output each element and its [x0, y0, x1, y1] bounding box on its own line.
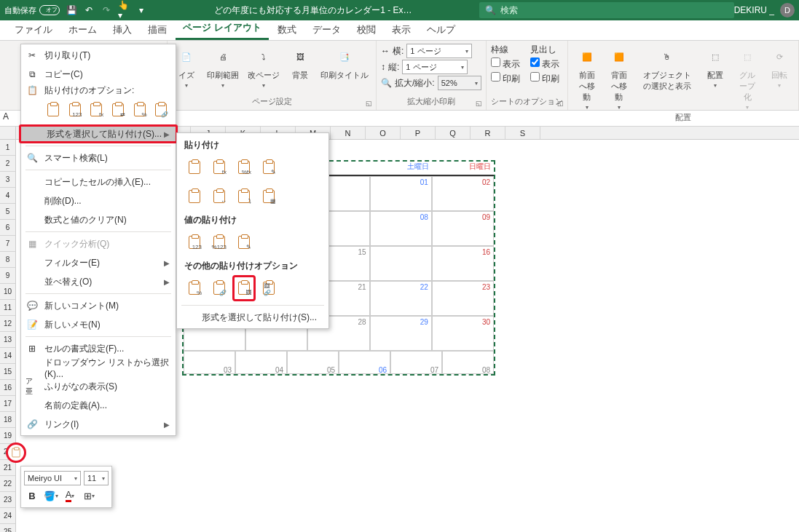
paste-formatting-icon[interactable]: %	[131, 100, 149, 120]
row-header[interactable]: 22	[0, 476, 15, 492]
delete-menuitem[interactable]: 削除(D)...	[21, 191, 176, 210]
selection-pane-button[interactable]: 🖱オブジェクトの選択と表示	[637, 44, 698, 112]
paste-values-icon[interactable]: 123	[66, 100, 84, 120]
row-header[interactable]: 23	[0, 492, 15, 508]
username[interactable]: DEKIRU _	[734, 5, 774, 15]
headings-view-checkbox[interactable]: 表示	[530, 57, 559, 71]
calendar-cell[interactable]: 29	[370, 316, 432, 351]
tab-home[interactable]: ホーム	[61, 19, 104, 40]
calendar-cell[interactable]: 16	[432, 246, 494, 281]
tab-data[interactable]: データ	[305, 19, 348, 40]
print-titles-button[interactable]: 📑印刷タイトル	[318, 44, 371, 96]
calendar-cell[interactable]: 01	[370, 176, 432, 211]
gridlines-view-checkbox[interactable]: 表示	[491, 57, 520, 71]
row-header[interactable]: 24	[0, 508, 15, 524]
calendar-cell[interactable]: 22	[370, 281, 432, 316]
column-header[interactable]: N	[331, 127, 366, 139]
tab-file[interactable]: ファイル	[7, 19, 60, 40]
tab-draw[interactable]: 描画	[141, 19, 174, 40]
tab-formulas[interactable]: 数式	[270, 19, 304, 40]
toggle-switch[interactable]: オフ	[39, 5, 60, 15]
autosave-toggle[interactable]: 自動保存 オフ	[4, 5, 60, 16]
paste-special-dialog-menuitem[interactable]: 形式を選択して貼り付け(S)...	[177, 308, 328, 327]
fill-color-button[interactable]: 🪣▾	[43, 488, 59, 504]
save-icon[interactable]: 💾	[66, 4, 77, 16]
row-header[interactable]: 5	[0, 204, 15, 220]
paste-values-source-fmt-icon[interactable]: ✎	[234, 231, 254, 254]
column-header[interactable]: Q	[436, 127, 471, 139]
calendar-cell[interactable]	[370, 246, 432, 281]
row-header[interactable]: 14	[0, 348, 15, 364]
row-header[interactable]: 1	[0, 140, 15, 156]
select-all-corner[interactable]	[0, 127, 16, 140]
dropdown-list-menuitem[interactable]: ドロップダウン リストから選択(K)...	[21, 358, 176, 377]
tab-review[interactable]: 校閲	[350, 19, 383, 40]
paste-formulas-numfmt-icon[interactable]: %fx	[234, 156, 254, 179]
calendar-cell[interactable]: 04	[235, 351, 287, 374]
row-header[interactable]: 16	[0, 380, 15, 396]
send-backward-button[interactable]: 🟧背面へ移動▾	[605, 44, 634, 112]
redo-icon[interactable]: ↷	[101, 4, 112, 16]
link-menuitem[interactable]: 🔗リンク(I)▶	[21, 415, 176, 434]
touch-mode-icon[interactable]: 👆▾	[118, 4, 130, 16]
column-header[interactable]: O	[366, 127, 401, 139]
calendar-cell[interactable]: 07	[390, 351, 442, 374]
new-note-menuitem[interactable]: 📝新しいメモ(N)	[21, 315, 176, 334]
font-family-combo[interactable]: Meiryo UI▾	[24, 471, 81, 485]
row-header[interactable]: 17	[0, 396, 15, 412]
new-comment-menuitem[interactable]: 💬新しいコメント(M)	[21, 296, 176, 315]
clear-menuitem[interactable]: 数式と値のクリア(N)	[21, 210, 176, 229]
align-button[interactable]: ⬚配置▾	[701, 44, 730, 112]
cut-menuitem[interactable]: ✂切り取り(T)	[21, 46, 176, 65]
sheet-options-launcher-icon[interactable]: ◱	[557, 100, 566, 108]
breaks-button[interactable]: ⤵改ページ▾	[245, 44, 283, 96]
paste-all-icon[interactable]	[44, 100, 62, 120]
tab-insert[interactable]: 挿入	[106, 19, 139, 40]
row-header[interactable]: 21	[0, 460, 15, 476]
copy-menuitem[interactable]: ⧉コピー(C)	[21, 65, 176, 84]
font-size-combo[interactable]: 11▾	[84, 471, 109, 485]
row-header[interactable]: 10	[0, 284, 15, 300]
avatar[interactable]: D	[780, 3, 795, 17]
calendar-cell[interactable]: 05	[287, 351, 339, 374]
row-header[interactable]: 6	[0, 220, 15, 236]
paste-link-icon[interactable]: 🔗	[152, 100, 170, 120]
qat-customize-icon[interactable]: ▾	[135, 4, 147, 16]
paste-formulas-icon[interactable]: fx	[209, 156, 229, 179]
paste-formulas-icon[interactable]: fx	[87, 100, 105, 120]
undo-icon[interactable]: ↶	[83, 4, 95, 16]
row-header[interactable]: 4	[0, 188, 15, 204]
row-header[interactable]: 8	[0, 252, 15, 268]
row-header[interactable]: 18	[0, 412, 15, 428]
calendar-cell[interactable]: 09	[432, 211, 494, 246]
headings-print-checkbox[interactable]: 印刷	[530, 72, 559, 85]
paste-merge-icon[interactable]: ▦	[259, 185, 279, 208]
calendar-cell[interactable]: 30	[432, 316, 494, 351]
paste-values-icon[interactable]: 123	[184, 231, 205, 254]
paste-all-icon[interactable]	[184, 156, 205, 179]
page-height-combo[interactable]: 1 ページ▾	[402, 60, 468, 74]
insert-copied-menuitem[interactable]: コピーしたセルの挿入(E)...	[21, 172, 176, 191]
bold-button[interactable]: B	[24, 488, 40, 504]
page-setup-launcher-icon[interactable]: ◱	[366, 100, 374, 108]
calendar-cell[interactable]: 08	[442, 351, 494, 374]
font-color-button[interactable]: A▾	[62, 488, 78, 504]
paste-formatting-icon[interactable]: %	[184, 277, 205, 300]
row-header[interactable]: 11	[0, 300, 15, 316]
paste-options-floating-button[interactable]	[7, 444, 25, 461]
paste-as-picture-icon[interactable]: 🖼	[234, 277, 254, 300]
calendar-cell[interactable]: 08	[370, 211, 432, 246]
paste-transpose-icon[interactable]: ⇄	[109, 100, 127, 120]
row-header[interactable]: 25	[0, 524, 15, 532]
tab-page-layout[interactable]: ページ レイアウト	[176, 17, 269, 40]
row-header[interactable]: 3	[0, 172, 15, 188]
row-header[interactable]: 15	[0, 364, 15, 380]
row-header[interactable]: 9	[0, 268, 15, 284]
paste-values-numfmt-icon[interactable]: %123	[209, 231, 229, 254]
tab-view[interactable]: 表示	[385, 19, 418, 40]
filter-menuitem[interactable]: フィルター(E)▶	[21, 253, 176, 272]
column-header[interactable]: P	[401, 127, 436, 139]
bring-forward-button[interactable]: 🟧前面へ移動▾	[572, 44, 602, 112]
paste-column-widths-icon[interactable]: ↔	[209, 185, 229, 208]
paste-keep-source-icon[interactable]: ✎	[259, 156, 279, 179]
